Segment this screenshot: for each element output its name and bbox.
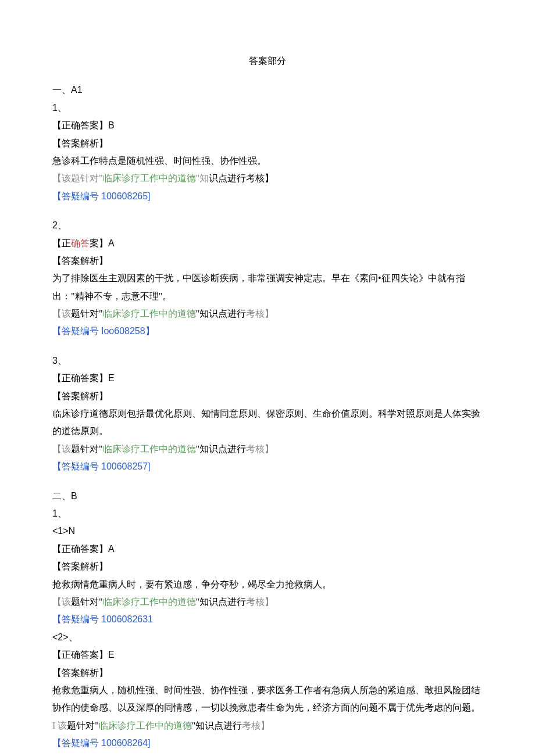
a1-q3-answer-line: 【正确答案】E — [52, 370, 483, 387]
page-title: 答案部分 — [52, 52, 483, 70]
analysis-label: 【答案解析】 — [52, 388, 483, 405]
b-q1-sub2-answer: E — [108, 650, 115, 660]
a1-q1-analysis: 急诊科工作特点是随机性强、时间性强、协作性强。 — [52, 152, 483, 170]
analysis-label: 【答案解析】 — [52, 252, 483, 270]
a1-q3-qid: 【答疑编号 100608257] — [52, 458, 483, 475]
a1-q1-answer-line: 【正确答案】B — [52, 117, 483, 134]
a1-q1-source: 【该题针对"临床诊疗工作中的道德"知识点进行考核】 — [52, 170, 483, 187]
a1-q2: 2、 【正确答案】A 【答案解析】 为了排除医生主观因素的干扰，中医诊断疾病，非… — [52, 217, 483, 341]
correct-label: 【正确答案】 — [52, 373, 108, 383]
b-q1-sub2: <2>、 【正确答案】E 【答案解析】 抢救危重病人，随机性强、时间性强、协作性… — [52, 629, 483, 753]
a1-q1-answer: B — [108, 120, 115, 130]
section-b-heading: 二、B — [52, 488, 483, 505]
analysis-label: 【答案解析】 — [52, 664, 483, 682]
page: 答案部分 一、A1 1、 【正确答案】B 【答案解析】 急诊科工作特点是随机性强… — [0, 0, 535, 756]
correct-label: 【正确答案】 — [52, 120, 108, 130]
b-q1-num: 1、 — [52, 505, 483, 522]
correct-label: 【正确答案】 — [52, 544, 108, 554]
a1-q3-answer: E — [108, 373, 115, 383]
b-q1-sub1-qid: 【答疑编号 1006082631 — [52, 611, 483, 628]
b-q1-sub1: <1>N 【正确答案】A 【答案解析】 抢救病情危重病人时，要有紧迫感，争分夺秒… — [52, 522, 483, 628]
b-q1-sub2-analysis: 抢救危重病人，随机性强、时间性强、协作性强，要求医务工作者有急病人所急的紧迫感、… — [52, 682, 483, 717]
b-q1-sub1-source: 【该题针对"临床诊疗工作中的道德"知识点进行考核】 — [52, 593, 483, 611]
b-q1-sub1-answer: A — [108, 544, 115, 554]
a1-q2-qid: 【答疑编号 Ioo608258】 — [52, 323, 483, 340]
a1-q1-num: 1、 — [52, 99, 483, 117]
a1-q2-analysis: 为了排除医生主观因素的干扰，中医诊断疾病，非常强调安神定志。早在《素问•征四失论… — [52, 270, 483, 305]
a1-q2-num: 2、 — [52, 217, 483, 234]
a1-q2-answer-line: 【正确答案】A — [52, 235, 483, 252]
b-q1-sub1-num: <1>N — [52, 522, 483, 540]
a1-q3-source: 【该题针对"临床诊疗工作中的道德"知识点进行考核】 — [52, 440, 483, 458]
analysis-label: 【答案解析】 — [52, 558, 483, 575]
section-a1-heading: 一、A1 — [52, 81, 483, 99]
b-q1-sub2-num: <2>、 — [52, 629, 483, 646]
correct-label: 【正确答案】 — [52, 650, 108, 660]
a1-q1: 1、 【正确答案】B 【答案解析】 急诊科工作特点是随机性强、时间性强、协作性强… — [52, 99, 483, 205]
b-q1-sub2-answer-line: 【正确答案】E — [52, 646, 483, 664]
b-q1-sub1-analysis: 抢救病情危重病人时，要有紧迫感，争分夺秒，竭尽全力抢救病人。 — [52, 576, 483, 593]
a1-q2-source: 【该题针对"临床诊疗工作中的道德"知识点进行考核】 — [52, 305, 483, 323]
a1-q3: 3、 【正确答案】E 【答案解析】 临床诊疗道德原则包括最优化原则、知情同意原则… — [52, 352, 483, 476]
b-q1-sub1-answer-line: 【正确答案】A — [52, 540, 483, 558]
b-q1-sub2-qid: 【答疑编号 100608264] — [52, 734, 483, 752]
a1-q2-answer: A — [108, 238, 115, 248]
a1-q3-analysis: 临床诊疗道德原则包括最优化原则、知情同意原则、保密原则、生命价值原则。科学对照原… — [52, 405, 483, 440]
a1-q1-qid: 【答疑编号 100608265] — [52, 188, 483, 205]
analysis-label: 【答案解析】 — [52, 135, 483, 152]
b-q1-sub2-source: I 该题针对"临床诊疗工作中的道德"知识点进行考核】 — [52, 717, 483, 734]
a1-q3-num: 3、 — [52, 352, 483, 370]
